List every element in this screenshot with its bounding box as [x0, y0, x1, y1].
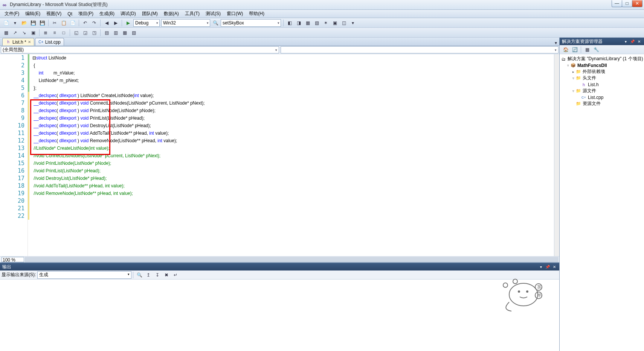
code-editor[interactable]: 12345678910111213141516171819202122 ⊟str… — [0, 54, 559, 263]
tab-close-icon[interactable]: ✕ — [28, 40, 31, 44]
scope-left-combo[interactable]: (全局范围) — [1, 46, 279, 53]
output-goto-button[interactable]: 🔍 — [135, 271, 143, 279]
tb2-7[interactable]: □ — [60, 29, 68, 37]
copy-button[interactable]: 📋 — [60, 19, 68, 27]
menu-item-8[interactable]: 数据(A) — [161, 10, 182, 18]
folder-sources[interactable]: ▿ 📁 源文件 — [560, 88, 643, 94]
add-item-button[interactable]: ▾ — [11, 19, 19, 27]
menu-item-9[interactable]: 工具(T) — [182, 10, 203, 18]
file-tab-List-h[interactable]: hList.h *✕ — [2, 38, 34, 46]
tb2-1[interactable]: ▦ — [2, 29, 10, 37]
folder-resources[interactable]: 📁 资源文件 — [560, 100, 643, 107]
nav-back-button[interactable]: ◀ — [102, 19, 111, 27]
menu-item-7[interactable]: 团队(M) — [139, 10, 161, 18]
output-source-combo[interactable]: 生成 — [37, 271, 131, 279]
menu-item-2[interactable]: 视图(V) — [43, 10, 64, 18]
menu-item-11[interactable]: 窗口(W) — [224, 10, 246, 18]
menu-item-10[interactable]: 测试(S) — [203, 10, 224, 18]
tb2-4[interactable]: ▣ — [29, 29, 37, 37]
menu-item-1[interactable]: 编辑(E) — [22, 10, 43, 18]
maximize-button[interactable]: □ — [622, 0, 632, 7]
tb2-14[interactable]: ▧ — [130, 29, 138, 37]
se-close-button[interactable]: ✕ — [636, 39, 642, 44]
file-source-item[interactable]: C+ List.cpp — [560, 94, 643, 100]
se-home-button[interactable]: 🏠 — [562, 46, 570, 54]
ext-1-button[interactable]: ◧ — [285, 19, 294, 27]
folder-icon: 📁 — [575, 88, 581, 94]
tb2-11[interactable]: ▤ — [102, 29, 111, 37]
nav-fwd-button[interactable]: ▶ — [111, 19, 120, 27]
save-button[interactable]: 💾 — [29, 19, 37, 27]
solution-tree[interactable]: 🗂 解决方案 "DynamicLibrary" (1 个项目) ▿ 📦 Math… — [560, 54, 644, 351]
redo-button[interactable]: ↷ — [90, 19, 98, 27]
menu-item-5[interactable]: 生成(B) — [96, 10, 118, 18]
output-title-bar: 输出 ▾ 📌 ✕ — [0, 263, 559, 270]
tb2-9[interactable]: ◲ — [81, 29, 89, 37]
output-next-button[interactable]: ↧ — [153, 271, 162, 279]
tb2-13[interactable]: ▦ — [121, 29, 129, 37]
cut-button[interactable]: ✂ — [50, 19, 59, 27]
svg-point-3 — [518, 291, 520, 292]
editor-hscrollbar[interactable] — [25, 257, 559, 262]
solution-explorer-title-bar: 解决方案资源管理器 ▾ 📌 ✕ — [560, 38, 644, 45]
file-tab-List-cpp[interactable]: C+List.cpp — [35, 38, 64, 46]
new-project-button[interactable]: 📄 — [2, 19, 10, 27]
start-debug-button[interactable]: ▶ — [124, 19, 132, 27]
se-properties-button[interactable]: 🔧 — [592, 46, 600, 54]
output-dropdown-button[interactable]: ▾ — [538, 264, 543, 269]
find-in-files-button[interactable]: 🔍 — [211, 19, 220, 27]
project-node[interactable]: ▿ 📦 MathFuncsDll — [560, 62, 643, 68]
file-tab-strip: hList.h *✕C+List.cpp▾ — [0, 38, 559, 46]
editor-vscrollbar[interactable] — [554, 54, 559, 257]
menu-item-6[interactable]: 调试(D) — [118, 10, 139, 18]
output-wrap-button[interactable]: ↵ — [171, 271, 180, 279]
se-refresh-button[interactable]: 🔄 — [571, 46, 579, 54]
tab-overflow-button[interactable]: ▾ — [552, 40, 559, 46]
se-dropdown-button[interactable]: ▾ — [623, 39, 628, 44]
output-pin-button[interactable]: 📌 — [545, 264, 550, 269]
close-button[interactable]: ✕ — [632, 0, 642, 7]
scope-right-combo[interactable] — [281, 46, 559, 53]
tb2-2[interactable]: ↗ — [11, 29, 19, 37]
tb2-5[interactable]: ≣ — [41, 29, 50, 37]
zoom-combo[interactable]: 100 % — [2, 257, 24, 262]
se-pin-button[interactable]: 📌 — [630, 39, 635, 44]
output-close-button[interactable]: ✕ — [552, 264, 557, 269]
output-body[interactable] — [0, 280, 559, 351]
ext-7-button[interactable]: ◫ — [340, 19, 348, 27]
open-button[interactable]: 📂 — [20, 19, 28, 27]
tb2-10[interactable]: ◳ — [90, 29, 98, 37]
output-prev-button[interactable]: ↥ — [144, 271, 153, 279]
tb2-6[interactable]: ≡ — [50, 29, 59, 37]
folder-external-deps[interactable]: ▸ 📁 外部依赖项 — [560, 68, 643, 75]
tb2-12[interactable]: ▥ — [111, 29, 120, 37]
expander-icon[interactable]: ▿ — [566, 64, 570, 67]
ext-6-button[interactable]: ▣ — [331, 19, 339, 27]
svg-text:英: 英 — [537, 284, 542, 290]
ext-3-button[interactable]: ▦ — [304, 19, 312, 27]
find-combo[interactable]: setSkyBox — [221, 19, 281, 27]
output-clear-button[interactable]: ✖ — [162, 271, 171, 279]
undo-button[interactable]: ↶ — [81, 19, 89, 27]
se-showall-button[interactable]: ▦ — [583, 46, 591, 54]
save-all-button[interactable]: 💾 — [38, 19, 46, 27]
tb2-3[interactable]: ↘ — [20, 29, 28, 37]
paste-button[interactable]: 📄 — [69, 19, 77, 27]
menu-item-3[interactable]: Qt — [64, 11, 75, 17]
minimize-button[interactable]: — — [612, 0, 622, 7]
folder-headers[interactable]: ▿ 📁 头文件 — [560, 75, 643, 81]
menu-item-4[interactable]: 项目(P) — [75, 10, 96, 18]
config-combo[interactable]: Debug — [133, 19, 160, 27]
window-title: DynamicLibrary - Microsoft Visual Studio… — [10, 2, 612, 8]
toolbar-secondary: ▦ ↗ ↘ ▣ ≣ ≡ □ ◱ ◲ ◳ ▤ ▥ ▦ ▧ — [0, 28, 644, 38]
ext-5-button[interactable]: ✶ — [322, 19, 330, 27]
tb2-8[interactable]: ◱ — [72, 29, 80, 37]
menu-item-12[interactable]: 帮助(H) — [246, 10, 267, 18]
ext-8-button[interactable]: ▾ — [349, 19, 357, 27]
file-header-item[interactable]: h List.h — [560, 81, 643, 88]
platform-combo[interactable]: Win32 — [161, 19, 210, 27]
solution-node[interactable]: 🗂 解决方案 "DynamicLibrary" (1 个项目) — [560, 56, 643, 62]
ext-2-button[interactable]: ◨ — [295, 19, 303, 27]
menu-item-0[interactable]: 文件(F) — [2, 10, 22, 18]
ext-4-button[interactable]: ▧ — [313, 19, 321, 27]
